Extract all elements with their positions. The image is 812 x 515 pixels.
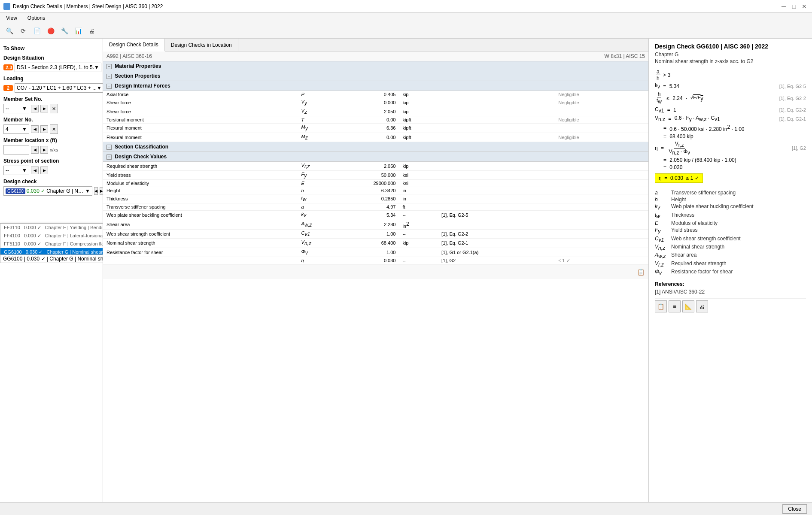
dcv-ref-tw bbox=[438, 194, 555, 203]
dc-item-ff3110[interactable]: FF3110 0.000 ✓ Chapter F | Yielding | Be… bbox=[0, 224, 103, 232]
formula-vn-calc1-val: 0.6 · 50.000 ksi · 2.280 in2 · 1.00 bbox=[668, 124, 744, 132]
dc-prev[interactable]: ◀ bbox=[94, 187, 98, 195]
table-row: η 0.030 -- [1], G2 ≤ 1 ✓ bbox=[103, 257, 648, 264]
member-set-combo[interactable]: -- ▼ bbox=[3, 104, 29, 113]
formula-htw-ref: [1], Eq. G2-2 bbox=[779, 96, 806, 101]
formula-row-kv: kv = 5.34 [1], Eq. G2-5 bbox=[655, 82, 806, 90]
dcv-ref-fy bbox=[438, 170, 555, 179]
close-button[interactable]: ✕ bbox=[800, 2, 809, 11]
restore-button[interactable]: □ bbox=[790, 2, 798, 11]
material-collapse-icon[interactable]: – bbox=[106, 64, 112, 69]
dcv-note-a bbox=[555, 203, 648, 211]
toolbar: 🔍 ⟳ 📄 🔴 🔧 📊 🖨 bbox=[0, 23, 812, 39]
force-note-vz bbox=[555, 107, 648, 116]
formula-eta-calc1-val: 2.050 kip / (68.400 kip · 1.00) bbox=[668, 157, 736, 163]
title-bar-controls[interactable]: ─ □ ✕ bbox=[779, 2, 809, 11]
loading-combo[interactable]: CO7 - 1.20 * LC1 + 1.60 * LC3 + ... ▼ bbox=[15, 83, 103, 93]
rp-tool-btn-print[interactable]: 🖨 bbox=[696, 300, 708, 312]
member-no-combo[interactable]: 4 ▼ bbox=[3, 124, 29, 134]
rp-tool-btn-2[interactable]: ≡ bbox=[669, 300, 681, 312]
dcv-sym-eta: η bbox=[298, 257, 337, 264]
tab-details[interactable]: Design Check Details bbox=[103, 39, 165, 52]
legend-sym-h: h bbox=[655, 197, 668, 203]
member-loc-next[interactable]: ▶ bbox=[40, 146, 48, 154]
export-tool-button[interactable]: 📄 bbox=[31, 25, 43, 37]
force-ref-torsion bbox=[438, 116, 555, 124]
dcv-name-h: Height bbox=[103, 187, 298, 194]
legend-row-aw: Aw,z Shear area bbox=[655, 252, 806, 259]
member-loc-prev[interactable]: ◀ bbox=[31, 146, 39, 154]
dcv-sym-h: h bbox=[298, 187, 337, 194]
chart-tool-button[interactable]: 📊 bbox=[72, 25, 84, 37]
member-no-reset[interactable]: ✕ bbox=[50, 124, 58, 134]
table-row: Yield stress Fy 50.000 ksi bbox=[103, 170, 648, 179]
search-tool-button[interactable]: 🔍 bbox=[3, 25, 15, 37]
dc-item-ff4100[interactable]: FF4100 0.000 ✓ Chapter F | Lateral-torsi… bbox=[0, 232, 103, 240]
formula-ah-op: > bbox=[663, 72, 666, 78]
formula-cv1-ref: [1], Eq. G2-2 bbox=[779, 107, 806, 112]
force-ref-vy bbox=[438, 98, 555, 107]
internal-collapse-icon[interactable]: – bbox=[106, 84, 112, 89]
table-header-info: A992 | AISC 360-16 W 8x31 | AISC 15 bbox=[103, 52, 648, 61]
force-ref-my bbox=[438, 124, 555, 133]
dcv-unit-cv1: -- bbox=[399, 230, 438, 239]
member-no-next[interactable]: ▶ bbox=[40, 125, 48, 133]
minimize-button[interactable]: ─ bbox=[779, 2, 788, 11]
settings-tool-button[interactable]: 🔧 bbox=[58, 25, 70, 37]
right-panel: Design Check GG6100 | AISC 360 | 2022 Ch… bbox=[649, 39, 812, 502]
print-tool-button[interactable]: 🖨 bbox=[86, 25, 98, 37]
member-no-prev[interactable]: ◀ bbox=[31, 125, 39, 133]
rp-title: Design Check GG6100 | AISC 360 | 2022 bbox=[655, 43, 806, 50]
member-set-next[interactable]: ▶ bbox=[40, 105, 48, 112]
member-loc-fraction: x/xs bbox=[50, 147, 58, 152]
legend-sym-aw: Aw,z bbox=[655, 252, 668, 259]
dc-next[interactable]: ▶ bbox=[100, 187, 103, 195]
section-collapse-icon[interactable]: – bbox=[106, 74, 112, 79]
stress-point-combo[interactable]: -- ▼ bbox=[3, 166, 29, 175]
table-row: Web shear strength coefficient Cv1 1.00 … bbox=[103, 230, 648, 239]
legend-row-h: h Height bbox=[655, 197, 806, 203]
stress-prev[interactable]: ◀ bbox=[31, 167, 39, 174]
upload-tool-button[interactable]: 🔴 bbox=[45, 25, 57, 37]
rp-tool-btn-1[interactable]: 📋 bbox=[655, 300, 667, 312]
dcv-sym-kv: kv bbox=[298, 211, 337, 220]
legend-desc-vn: Nominal shear strength bbox=[671, 244, 724, 250]
legend-sym-vn: Vn,z bbox=[655, 244, 668, 251]
legend-sym-vr: Vr,z bbox=[655, 261, 668, 268]
dcv-note-eta: ≤ 1 ✓ bbox=[555, 257, 648, 264]
design-check-combo-row: GG6100 0.030 ✓ Chapter G | Nomi... ▼ ◀ ▶ bbox=[3, 186, 99, 196]
legend-sym-fy: Fy bbox=[655, 227, 668, 234]
force-unit-axial: kip bbox=[399, 91, 438, 98]
rp-tool-btn-3[interactable]: 📐 bbox=[682, 300, 694, 312]
menu-options[interactable]: Options bbox=[25, 14, 48, 22]
dcv-sym-phi: Φv bbox=[298, 248, 337, 257]
ds-combo-text: DS1 - Section 2.3 (LRFD), 1. to 5. bbox=[17, 64, 94, 70]
dc-combo-code: GG6100 bbox=[6, 188, 25, 194]
member-set-prev[interactable]: ◀ bbox=[31, 105, 39, 112]
section-properties: – Section Properties bbox=[103, 71, 648, 81]
highlight-text: η = 0.030 ≤ 1 ✓ bbox=[659, 175, 699, 181]
member-location-input[interactable]: 4.78 bbox=[3, 145, 29, 154]
force-note-my bbox=[555, 124, 648, 133]
force-name-mz: Flexural moment bbox=[103, 133, 298, 142]
formula-cv1-eq: = bbox=[666, 107, 672, 113]
close-status-button[interactable]: Close bbox=[782, 504, 807, 514]
dc-item-ff5110[interactable]: FF5110 0.000 ✓ Chapter F | Compression f… bbox=[0, 240, 103, 248]
tab-location[interactable]: Design Checks in Location bbox=[165, 39, 238, 51]
design-check-combo[interactable]: GG6100 0.030 ✓ Chapter G | Nomi... ▼ bbox=[3, 186, 92, 196]
formula-section: a h > 3 kv = 5.34 [1], Eq. G2-5 bbox=[655, 69, 806, 185]
dcv-val-fy: 50.000 bbox=[337, 170, 399, 179]
force-note-axial: Negligible bbox=[555, 91, 648, 98]
export-bottom-button[interactable]: 📋 bbox=[636, 267, 646, 277]
loading-combo-arrow: ▼ bbox=[97, 85, 102, 91]
section-internal-forces: – Design Internal Forces bbox=[103, 81, 648, 91]
member-set-reset[interactable]: ✕ bbox=[50, 104, 58, 113]
dcv-note-cv1 bbox=[555, 230, 648, 239]
dc-values-collapse-icon[interactable]: – bbox=[106, 154, 112, 160]
member-set-label: Member Set No. bbox=[3, 96, 99, 102]
stress-next[interactable]: ▶ bbox=[40, 167, 48, 174]
classification-collapse-icon[interactable]: – bbox=[106, 145, 112, 150]
refresh-tool-button[interactable]: ⟳ bbox=[17, 25, 29, 37]
menu-view[interactable]: View bbox=[3, 14, 20, 22]
ds-combo[interactable]: DS1 - Section 2.3 (LRFD), 1. to 5. ▼ bbox=[15, 63, 101, 72]
